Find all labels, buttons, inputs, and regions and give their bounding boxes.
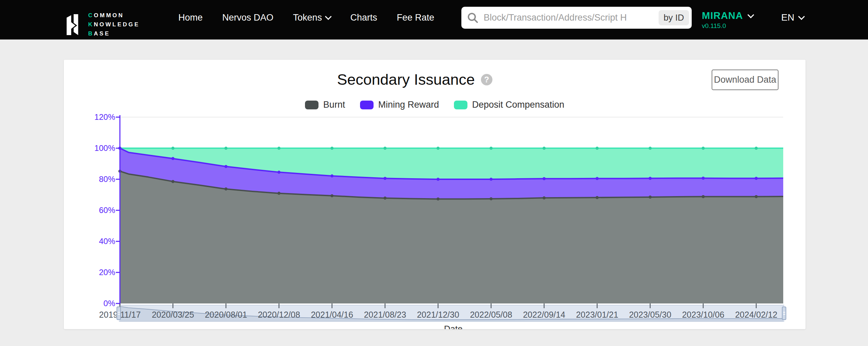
x-axis-tick-label: 2020/03/25	[143, 310, 203, 320]
help-icon[interactable]: ?	[481, 74, 492, 85]
x-axis-tick-label: 2023/01/21	[567, 310, 628, 320]
x-axis-tick-label: 2020/08/01	[196, 310, 256, 320]
deposit-compensation-swatch-icon	[454, 101, 467, 109]
legend-item-mining-reward[interactable]: Mining Reward	[360, 100, 439, 110]
y-axis-tick-label: 40%	[78, 236, 115, 246]
y-axis-tick-label: 100%	[78, 143, 115, 153]
chart-title-row: Secondary Issuance ?	[337, 71, 492, 88]
legend-mining-reward-label: Mining Reward	[378, 100, 439, 110]
x-axis-title-clip: Date	[423, 324, 484, 329]
chart-legend: Burnt Mining Reward Deposit Compensation	[64, 100, 806, 110]
mining-reward-swatch-icon	[360, 101, 374, 109]
legend-deposit-compensation-label: Deposit Compensation	[472, 100, 564, 110]
legend-item-burnt[interactable]: Burnt	[305, 100, 345, 110]
legend-burnt-label: Burnt	[323, 100, 345, 110]
legend-item-deposit-compensation[interactable]: Deposit Compensation	[454, 100, 564, 110]
page-title: Secondary Issuance	[337, 71, 475, 88]
x-axis-tick-label: 2020/12/08	[249, 310, 309, 320]
x-axis-tick-label: 2021/12/30	[408, 310, 468, 320]
x-axis-tick-label: 2022/05/08	[461, 310, 521, 320]
y-axis-tick-label: 0%	[78, 298, 115, 309]
y-axis-tick-label: 80%	[78, 174, 115, 184]
x-axis-tick-label: 2023/05/30	[620, 310, 681, 320]
x-axis-tick-label: 2023/10/06	[673, 310, 734, 320]
download-data-button[interactable]: Download Data	[712, 70, 778, 90]
ckb-explorer-page: COMMON KNOWLEDGE BASE Home Nervos DAO To…	[0, 0, 868, 346]
burnt-swatch-icon	[305, 101, 318, 109]
y-axis-tick-label: 20%	[78, 267, 115, 277]
datazoom-left-handle[interactable]	[117, 307, 121, 320]
y-axis-tick-label: 120%	[78, 112, 115, 122]
x-axis-title: Date	[423, 324, 484, 329]
x-axis-tick-label: 2024/02/12	[726, 310, 787, 320]
x-axis-tick-label: 2021/08/23	[355, 310, 415, 320]
y-axis-tick-label: 60%	[78, 205, 115, 215]
x-axis-tick-label: 2021/04/16	[302, 310, 362, 320]
datazoom-right-handle[interactable]	[782, 307, 786, 320]
x-axis-tick-label: 2022/09/14	[514, 310, 575, 320]
